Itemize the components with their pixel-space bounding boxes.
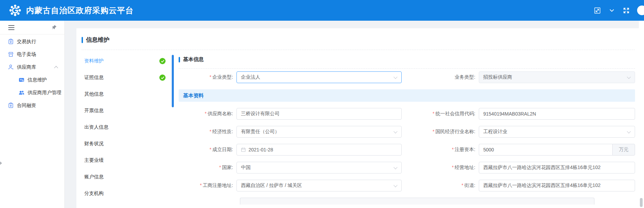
field-business-address: *经营地址: 西藏拉萨市八一路哈达滨河花园西区五排4栋16单元102 — [411, 162, 635, 174]
establish-date-input[interactable]: 2021-01-28 — [236, 144, 402, 156]
sidebar-item-label: 信息维护 — [28, 77, 47, 83]
supplier-name-input[interactable]: 三桥设计有限公司 — [236, 108, 402, 120]
chevron-down-icon — [393, 129, 397, 133]
field-label: 成立日期: — [212, 147, 233, 152]
partial-next-field[interactable] — [240, 198, 594, 205]
tab-branch-offices[interactable]: 分支机构 — [76, 185, 174, 202]
sidebar-item-label: 供应商库 — [17, 64, 36, 70]
field-label: 企业类型: — [212, 74, 233, 80]
tab-license-info[interactable]: 证照信息 — [76, 69, 174, 86]
logo-flower-icon — [9, 4, 21, 17]
app-title: 内蒙古自治区政府采购云平台 — [26, 5, 134, 16]
users-icon — [19, 90, 24, 96]
field-registered-address: *工商注册地址: 西藏自治区 / 拉萨市 / 城关区 — [179, 180, 402, 191]
field-industry-name: *国民经济行业名称: 工程设计业 — [411, 126, 635, 138]
scrollbar-thumb[interactable] — [640, 198, 643, 207]
chevron-down-icon — [393, 165, 397, 169]
clipboard-yen-icon — [8, 102, 14, 108]
tab-major-achievements[interactable]: 主要业绩 — [76, 152, 174, 169]
tab-invoice-info[interactable]: 开票信息 — [76, 102, 174, 119]
tab-other-info[interactable]: 其他信息 — [76, 86, 174, 102]
sidebar-item-label: 合同融资 — [17, 102, 36, 109]
business-type-select[interactable]: 招投标供应商 — [479, 71, 635, 83]
chevron-up-icon — [54, 66, 58, 70]
field-registered-capital: *注册资本: 5000 万元 — [411, 144, 635, 156]
sidebar-item-label: 交易执行 — [17, 39, 36, 45]
section-tabs: 资料维护 证照信息 其他信息 开票信息 出资人信息 财务状况 — [76, 50, 174, 208]
field-label: 国民经济行业名称: — [435, 129, 475, 134]
pin-icon[interactable] — [51, 24, 57, 31]
clipboard-yen-icon — [8, 39, 14, 44]
unit-label: 万元 — [612, 144, 635, 156]
info-card: 信息维护 资料维护 证照信息 — [76, 28, 639, 208]
field-label: 供应商名称: — [208, 111, 233, 116]
chevron-down-icon — [393, 75, 397, 79]
app-header: 内蒙古自治区政府采购云平台 — [0, 0, 644, 21]
storefront-icon — [8, 51, 14, 57]
tab-profile-maintenance[interactable]: 资料维护 — [76, 53, 174, 69]
field-street: *街道: 西藏拉萨市八一路哈达滨河花园西区五排4栋16单元102 — [411, 180, 635, 191]
chevron-down-icon — [627, 129, 631, 133]
field-economic-nature: *经济性质: 有限责任（公司） — [179, 126, 402, 138]
field-establish-date: *成立日期: 2021-01-28 — [179, 144, 402, 156]
hamburger-icon[interactable] — [8, 24, 15, 31]
sidebar-item-label: 电子卖场 — [17, 51, 36, 58]
resize-window-icon[interactable] — [594, 7, 601, 14]
sidebar-item-e-marketplace[interactable]: 电子卖场 — [0, 48, 64, 61]
field-country: *国家: 中国 — [179, 162, 402, 174]
field-label: 街道: — [464, 182, 475, 188]
field-label: 注册资本: — [455, 147, 475, 152]
sidebar-item-supplier-library[interactable]: 供应商库 — [0, 61, 64, 73]
section-title: 基本信息 — [183, 56, 204, 63]
check-circle-icon — [159, 75, 166, 81]
field-credit-code: *统一社会信用代码: 91540194MAB03RAL2N — [411, 108, 635, 120]
street-input[interactable]: 西藏拉萨市八一路哈达滨河花园西区五排4栋16单元102 — [479, 180, 635, 191]
registered-capital-input[interactable]: 5000 — [479, 144, 612, 156]
field-business-type: 业务类型: 招投标供应商 — [411, 71, 635, 83]
divider — [179, 68, 635, 69]
registered-address-select[interactable]: 西藏自治区 / 拉萨市 / 城关区 — [236, 180, 402, 191]
field-label: 业务类型: — [455, 74, 475, 80]
enterprise-type-select[interactable]: 企业法人 — [236, 71, 402, 83]
main-content: 信息维护 资料维护 证照信息 — [65, 21, 639, 208]
credit-code-input[interactable]: 91540194MAB03RAL2N — [479, 108, 635, 120]
basic-info-form: 基本信息 *企业类型: 企业法人 业务类型: — [174, 50, 639, 208]
page-title: 信息维护 — [86, 36, 109, 44]
field-label: 国家: — [222, 165, 233, 170]
sidebar: 交易执行 电子卖场 供应商库 — [0, 21, 65, 208]
field-supplier-name: *供应商名称: 三桥设计有限公司 — [179, 108, 402, 120]
section-accent-bar — [179, 57, 180, 62]
sidebar-collapse-handle[interactable] — [0, 161, 2, 165]
sidebar-item-trade-execution[interactable]: 交易执行 — [0, 35, 64, 48]
field-label: 经济性质: — [212, 129, 233, 134]
calendar-icon — [241, 147, 246, 152]
tabs-scrollbar-thumb[interactable] — [172, 55, 174, 107]
sidebar-item-info-maintenance[interactable]: 信息维护 — [0, 73, 64, 86]
document-search-icon — [19, 77, 24, 83]
tab-account-info[interactable]: 账户信息 — [76, 169, 174, 185]
chevron-down-icon — [627, 75, 631, 79]
field-label: 经营地址: — [455, 165, 475, 170]
fullscreen-icon[interactable] — [623, 7, 630, 14]
field-label: 统一社会信用代码: — [435, 111, 475, 116]
sidebar-item-contract-financing[interactable]: 合同融资 — [0, 99, 64, 112]
page-scrollbar[interactable] — [639, 21, 644, 208]
field-enterprise-type: *企业类型: 企业法人 — [179, 71, 402, 83]
field-label: 工商注册地址: — [203, 182, 233, 188]
country-select[interactable]: 中国 — [236, 162, 402, 174]
sidebar-item-supplier-user-mgmt[interactable]: 供应商用户管理 — [0, 86, 64, 99]
subsection-banner: 基本资料 — [179, 89, 635, 102]
tab-financial-status[interactable]: 财务状况 — [76, 136, 174, 152]
chevron-down-icon — [393, 183, 397, 187]
tab-investor-info[interactable]: 出资人信息 — [76, 119, 174, 136]
avatar[interactable] — [637, 6, 644, 15]
user-wave-icon — [8, 64, 14, 70]
economic-nature-select[interactable]: 有限责任（公司） — [236, 126, 402, 138]
chevron-down-icon[interactable] — [608, 7, 615, 14]
title-accent-bar — [82, 37, 83, 43]
business-address-input[interactable]: 西藏拉萨市八一路哈达滨河花园西区五排4栋16单元102 — [479, 162, 635, 174]
industry-name-select[interactable]: 工程设计业 — [479, 126, 635, 138]
check-circle-icon — [159, 58, 166, 64]
